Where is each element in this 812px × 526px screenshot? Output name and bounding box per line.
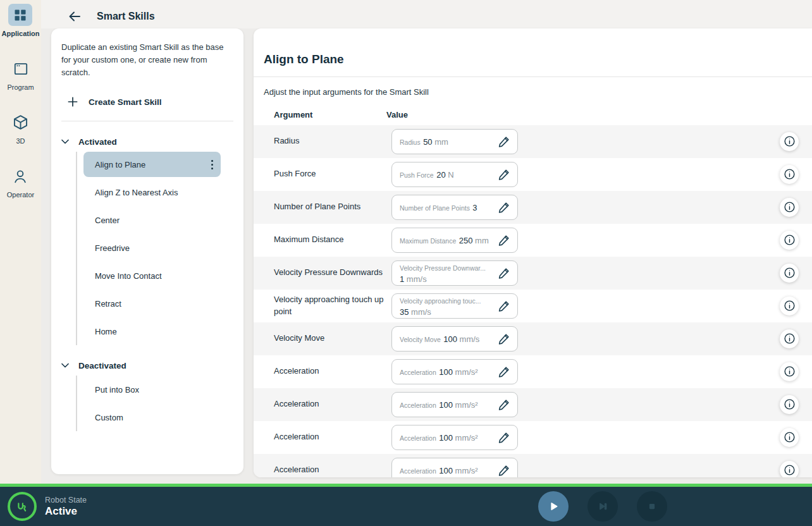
tree-item[interactable]: Custom	[83, 403, 221, 431]
skip-to-end-icon	[596, 499, 610, 513]
field-unit: mm/s²	[455, 400, 478, 410]
tree-item-label: Freedrive	[95, 243, 130, 253]
back-button[interactable]	[66, 8, 83, 25]
tree-item[interactable]: Align Z to Nearest Axis	[83, 178, 221, 206]
field-value: 3	[472, 203, 477, 212]
argument-row: Radius Radius 50 mm	[254, 125, 812, 158]
info-button[interactable]	[780, 297, 799, 315]
group-header-deactivated[interactable]: Deactivated	[60, 360, 243, 370]
argument-value-field[interactable]: Velocity Move 100 mm/s	[391, 326, 518, 352]
field-value: 100 mm/s²	[439, 466, 477, 475]
argument-value-field[interactable]: Velocity Pressure Downwar... 1 mm/s	[391, 260, 518, 286]
edit-pencil-icon[interactable]	[498, 168, 511, 181]
edit-pencil-icon[interactable]	[498, 135, 511, 148]
tree-item-label: Home	[95, 327, 117, 336]
field-unit: mm/s	[460, 334, 480, 344]
info-button[interactable]	[780, 165, 799, 184]
nav-item-application[interactable]: Application	[2, 4, 40, 37]
edit-pencil-icon[interactable]	[498, 200, 511, 214]
info-icon	[783, 398, 796, 411]
tree-item[interactable]: Home	[83, 317, 221, 345]
info-button[interactable]	[780, 395, 799, 414]
chevron-down-icon	[60, 137, 70, 147]
edit-pencil-icon[interactable]	[498, 266, 511, 279]
info-button[interactable]	[780, 329, 799, 348]
tree-item[interactable]: Put into Box	[83, 376, 221, 403]
edit-pencil-icon[interactable]	[498, 299, 511, 312]
argument-name: Acceleration	[274, 365, 391, 377]
argument-row: Number of Plane Points Number of Plane P…	[254, 191, 812, 224]
tree-item[interactable]: Align to Plane	[83, 152, 221, 177]
top-header: Smart Skills	[41, 0, 812, 28]
nav-label: 3D	[16, 137, 25, 145]
argument-name: Maximum Distance	[274, 234, 391, 246]
edit-pencil-icon[interactable]	[498, 431, 511, 444]
tree-item-label: Put into Box	[95, 385, 139, 394]
argument-row: Push Force Push Force 20 N	[254, 158, 812, 191]
plus-icon	[66, 95, 79, 108]
group-header-activated[interactable]: Activated	[60, 137, 243, 147]
field-label: Maximum Distance	[400, 237, 456, 245]
kebab-menu-icon[interactable]	[209, 157, 216, 172]
tree-item[interactable]: Move Into Contact	[83, 262, 221, 290]
argument-value-field[interactable]: Acceleration 100 mm/s²	[391, 392, 518, 417]
tree-item[interactable]: Retract	[83, 290, 221, 317]
stop-button[interactable]	[637, 491, 667, 522]
info-button[interactable]	[780, 231, 799, 250]
field-unit: mm/s	[411, 307, 431, 317]
field-value: 250 mm	[459, 236, 489, 245]
info-icon	[783, 463, 796, 477]
nav-item-operator[interactable]: Operator	[7, 165, 34, 199]
argument-name: Velocity Pressure Downwards	[274, 267, 391, 279]
argument-name: Push Force	[274, 168, 391, 180]
create-smart-skill-button[interactable]: Create Smart Skill	[61, 92, 233, 112]
nav-item-program[interactable]: Program	[7, 58, 34, 91]
edit-pencil-icon[interactable]	[498, 463, 511, 477]
field-unit: mm	[434, 137, 448, 147]
tree-item[interactable]: Center	[83, 206, 221, 234]
info-button[interactable]	[780, 428, 799, 447]
ur-logo-icon	[8, 492, 37, 521]
argument-value-field[interactable]: Velocity approaching touc... 35 mm/s	[391, 293, 518, 319]
create-smart-skill-label: Create Smart Skill	[89, 97, 162, 107]
argument-value-field[interactable]: Acceleration 100 mm/s²	[391, 425, 518, 450]
info-button[interactable]	[780, 132, 799, 151]
edit-pencil-icon[interactable]	[498, 365, 511, 378]
field-unit: mm/s²	[455, 433, 478, 443]
sidebar-description: Duplicate an existing Smart Skill as the…	[61, 41, 233, 79]
tree-item-label: Custom	[95, 413, 123, 422]
field-value: 20 N	[436, 170, 453, 180]
tree-item[interactable]: Freedrive	[83, 234, 221, 262]
info-button[interactable]	[780, 362, 799, 381]
group-label: Deactivated	[78, 361, 126, 370]
argument-row: Velocity approaching touch up point Velo…	[254, 290, 812, 322]
arguments-rows: Radius Radius 50 mm	[254, 125, 812, 477]
field-unit: N	[448, 170, 453, 180]
field-value: 1 mm/s	[400, 274, 427, 284]
info-button[interactable]	[780, 198, 799, 217]
edit-pencil-icon[interactable]	[498, 332, 511, 345]
field-unit: mm/s²	[455, 367, 478, 377]
field-label: Push Force	[400, 171, 434, 179]
argument-value-field[interactable]: Acceleration 100 mm/s²	[391, 458, 518, 477]
argument-value-field[interactable]: Push Force 20 N	[391, 162, 518, 187]
info-button[interactable]	[780, 264, 799, 283]
info-button[interactable]	[780, 461, 799, 477]
info-icon	[783, 332, 796, 345]
play-button[interactable]	[538, 491, 569, 522]
field-label: Velocity Pressure Downwar...	[400, 264, 486, 272]
field-label: Velocity Move	[400, 336, 441, 343]
edit-pencil-icon[interactable]	[498, 233, 511, 247]
argument-value-field[interactable]: Number of Plane Points 3	[391, 195, 518, 220]
edit-pencil-icon[interactable]	[498, 398, 511, 411]
argument-name: Radius	[274, 135, 391, 147]
argument-value-field[interactable]: Maximum Distance 250 mm	[391, 228, 518, 253]
argument-name: Acceleration	[274, 431, 391, 443]
argument-row: Velocity Move Velocity Move 100 mm/s	[254, 322, 812, 355]
skip-to-end-button[interactable]	[587, 491, 618, 522]
argument-value-field[interactable]: Acceleration 100 mm/s²	[391, 359, 518, 384]
nav-item-3d[interactable]: 3D	[9, 111, 33, 145]
field-label: Radius	[400, 138, 421, 146]
page-title: Smart Skills	[97, 11, 155, 22]
argument-value-field[interactable]: Radius 50 mm	[391, 129, 518, 154]
